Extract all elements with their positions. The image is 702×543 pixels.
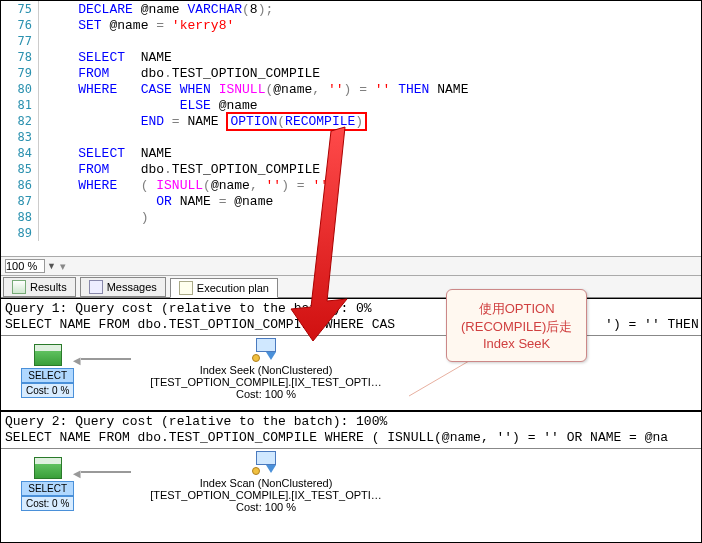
line-number: 86 bbox=[1, 177, 39, 193]
line-number: 84 bbox=[1, 145, 39, 161]
line-number: 85 bbox=[1, 161, 39, 177]
line-number: 83 bbox=[1, 129, 39, 145]
tab-plan-label: Execution plan bbox=[197, 282, 269, 294]
line-number: 81 bbox=[1, 97, 39, 113]
tab-results-label: Results bbox=[30, 281, 67, 293]
tab-messages[interactable]: Messages bbox=[80, 277, 166, 297]
code-line[interactable]: SELECT NAME bbox=[39, 146, 172, 162]
callout-line1: 使用OPTION bbox=[461, 300, 572, 318]
execution-plan-panel: Query 1: Query cost (relative to the bat… bbox=[1, 298, 701, 524]
query2-select-node[interactable]: SELECT Cost: 0 % bbox=[21, 457, 74, 511]
query2-select-label: SELECT bbox=[21, 481, 74, 496]
tab-results[interactable]: Results bbox=[3, 277, 76, 297]
messages-icon bbox=[89, 280, 103, 294]
code-line[interactable]: ) bbox=[39, 210, 148, 226]
zoom-bar: ▼ ▾ bbox=[1, 256, 701, 276]
option-recompile-highlight: OPTION(RECOMPILE) bbox=[226, 112, 367, 131]
query1-op-cost: Cost: 100 % bbox=[136, 388, 396, 400]
query2-plan[interactable]: SELECT Cost: 0 % ◄ Index Scan (NonCluste… bbox=[1, 449, 701, 524]
callout-line3: Index SeeK bbox=[461, 336, 572, 351]
query2-scan-node[interactable]: Index Scan (NonClustered) [TEST_OPTION_C… bbox=[136, 451, 396, 513]
line-number: 80 bbox=[1, 81, 39, 97]
index-seek-icon bbox=[252, 338, 280, 362]
line-number: 76 bbox=[1, 17, 39, 33]
query1-plan[interactable]: SELECT Cost: 0 % ◄ Index Seek (NonCluste… bbox=[1, 336, 701, 411]
line-number: 89 bbox=[1, 225, 39, 241]
code-line[interactable]: OR NAME = @name bbox=[39, 194, 273, 210]
query1-header: Query 1: Query cost (relative to the bat… bbox=[1, 298, 701, 336]
zoom-separator: ▾ bbox=[60, 256, 66, 276]
code-line[interactable]: SET @name = 'kerry8' bbox=[39, 18, 234, 34]
tab-messages-label: Messages bbox=[107, 281, 157, 293]
code-line[interactable]: ELSE @name bbox=[39, 98, 258, 114]
results-tabs: Results Messages Execution plan bbox=[1, 276, 701, 298]
query2-connector: ◄ bbox=[81, 471, 131, 473]
line-number: 75 bbox=[1, 1, 39, 17]
select-icon bbox=[34, 457, 62, 479]
tab-execution-plan[interactable]: Execution plan bbox=[170, 278, 278, 298]
line-number: 88 bbox=[1, 209, 39, 225]
query2-select-cost: Cost: 0 % bbox=[21, 496, 74, 511]
code-line[interactable]: DECLARE @name VARCHAR(8); bbox=[39, 2, 273, 18]
query2-op-cost: Cost: 100 % bbox=[136, 501, 396, 513]
zoom-input[interactable] bbox=[5, 259, 45, 273]
line-number: 77 bbox=[1, 33, 39, 49]
query1-select-label: SELECT bbox=[21, 368, 74, 383]
query2-op-title: Index Scan (NonClustered) bbox=[136, 477, 396, 489]
query1-op-detail: [TEST_OPTION_COMPILE].[IX_TEST_OPTI… bbox=[136, 376, 396, 388]
query1-op-title: Index Seek (NonClustered) bbox=[136, 364, 396, 376]
code-line[interactable]: SELECT NAME bbox=[39, 50, 172, 66]
query1-select-cost: Cost: 0 % bbox=[21, 383, 74, 398]
select-icon bbox=[34, 344, 62, 366]
line-number: 79 bbox=[1, 65, 39, 81]
query1-select-node[interactable]: SELECT Cost: 0 % bbox=[21, 344, 74, 398]
query1-seek-node[interactable]: Index Seek (NonClustered) [TEST_OPTION_C… bbox=[136, 338, 396, 400]
code-line[interactable]: FROM dbo.TEST_OPTION_COMPILE bbox=[39, 66, 320, 82]
code-line[interactable]: END = NAME OPTION(RECOMPILE) bbox=[39, 114, 367, 130]
code-line[interactable]: WHERE ( ISNULL(@name, '') = '' bbox=[39, 178, 328, 194]
query2-header: Query 2: Query cost (relative to the bat… bbox=[1, 411, 701, 449]
annotation-callout: 使用OPTION (RECOMPILE)后走 Index SeeK bbox=[446, 289, 587, 362]
plan-icon bbox=[179, 281, 193, 295]
line-number: 82 bbox=[1, 113, 39, 129]
grid-icon bbox=[12, 280, 26, 294]
line-number: 78 bbox=[1, 49, 39, 65]
code-line[interactable]: WHERE CASE WHEN ISNULL(@name, '') = '' T… bbox=[39, 82, 468, 98]
zoom-dropdown-icon[interactable]: ▼ bbox=[47, 256, 56, 276]
callout-line2: (RECOMPILE)后走 bbox=[461, 318, 572, 336]
query1-connector: ◄ bbox=[81, 358, 131, 360]
line-number: 87 bbox=[1, 193, 39, 209]
code-line[interactable]: FROM dbo.TEST_OPTION_COMPILE bbox=[39, 162, 320, 178]
index-scan-icon bbox=[252, 451, 280, 475]
query2-op-detail: [TEST_OPTION_COMPILE].[IX_TEST_OPTI… bbox=[136, 489, 396, 501]
sql-editor[interactable]: 75 DECLARE @name VARCHAR(8);76 SET @name… bbox=[1, 1, 701, 256]
